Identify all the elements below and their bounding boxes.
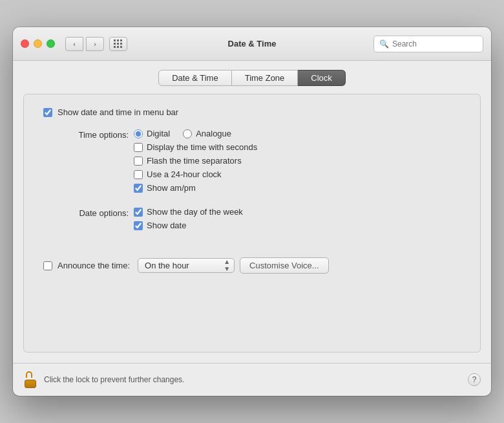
date-options-label: Date options: [43,207,134,218]
show-date-checkbox[interactable] [134,221,143,230]
search-input[interactable] [392,39,478,49]
lock-label: Click the lock to prevent further change… [44,375,184,384]
minimize-button[interactable] [34,39,42,48]
back-button[interactable]: ‹ [65,37,83,51]
show-day-of-week-checkbox[interactable] [134,208,143,217]
show-day-of-week-label: Show the day of the week [147,207,243,217]
show-day-of-week-row: Show the day of the week [134,207,243,217]
display-seconds-label: Display the time with seconds [147,142,257,152]
digital-label: Digital [147,129,170,138]
use-24hour-checkbox[interactable] [134,170,143,179]
search-box[interactable]: 🔍 [373,36,483,52]
bottom-bar: Click the lock to prevent further change… [13,363,491,396]
show-in-menubar-row: Show date and time in menu bar [43,107,461,117]
tab-clock[interactable]: Clock [298,70,346,86]
time-options-section: Time options: Digital Analogue Display t… [43,129,461,193]
display-seconds-row: Display the time with seconds [134,142,257,152]
use-24hour-label: Use a 24-hour clock [147,169,222,179]
forward-icon: › [94,40,96,48]
lock-body [25,380,36,388]
flash-separators-row: Flash the time separators [134,156,257,166]
on-the-hour-dropdown-wrapper: On the hour ▲▼ [138,258,235,273]
analogue-option: Analogue [183,129,231,138]
lock-shackle [26,371,32,378]
announce-time-row: Announce the time: On the hour ▲▼ Custom… [43,257,461,274]
lock-icon[interactable] [23,371,37,388]
show-in-menubar-checkbox[interactable] [43,108,52,117]
forward-button[interactable]: › [86,37,104,51]
grid-view-button[interactable] [109,37,127,51]
time-options-label: Time options: [43,129,134,140]
titlebar: ‹ › Date & Time 🔍 [13,27,491,61]
date-options-content: Show the day of the week Show date [134,207,243,230]
display-seconds-checkbox[interactable] [134,143,143,152]
help-button[interactable]: ? [468,373,481,386]
clock-settings-panel: Show date and time in menu bar Time opti… [23,94,481,352]
show-date-row: Show date [134,221,243,230]
digital-radio[interactable] [134,129,143,138]
analogue-label: Analogue [196,129,231,138]
flash-separators-checkbox[interactable] [134,157,143,166]
grid-icon [114,39,123,49]
nav-buttons: ‹ › [65,37,104,51]
show-in-menubar-label: Show date and time in menu bar [58,107,178,117]
show-ampm-label: Show am/pm [147,183,196,193]
digital-analogue-group: Digital Analogue [134,129,257,138]
maximize-button[interactable] [47,39,55,48]
tab-date-time[interactable]: Date & Time [158,70,232,86]
tabs-row: Date & Time Time Zone Clock [13,61,491,94]
traffic-lights [21,39,55,48]
on-the-hour-dropdown[interactable]: On the hour [138,258,235,273]
announce-time-checkbox[interactable] [43,261,52,270]
back-icon: ‹ [73,40,76,48]
use-24hour-row: Use a 24-hour clock [134,169,257,179]
show-ampm-checkbox[interactable] [134,184,143,193]
customise-voice-button[interactable]: Customise Voice... [240,257,329,274]
tab-time-zone[interactable]: Time Zone [232,70,299,86]
window-title: Date & Time [228,39,277,49]
search-icon: 🔍 [379,39,389,49]
flash-separators-label: Flash the time separators [147,156,242,166]
show-ampm-row: Show am/pm [134,183,257,193]
show-date-label: Show date [147,221,186,230]
time-options-content: Digital Analogue Display the time with s… [134,129,257,193]
digital-option: Digital [134,129,170,138]
analogue-radio[interactable] [183,129,192,138]
date-options-section: Date options: Show the day of the week S… [43,207,461,230]
announce-time-label: Announce the time: [58,261,130,270]
main-window: ‹ › Date & Time 🔍 Date & Time Time Zone … [13,27,491,396]
close-button[interactable] [21,39,29,48]
